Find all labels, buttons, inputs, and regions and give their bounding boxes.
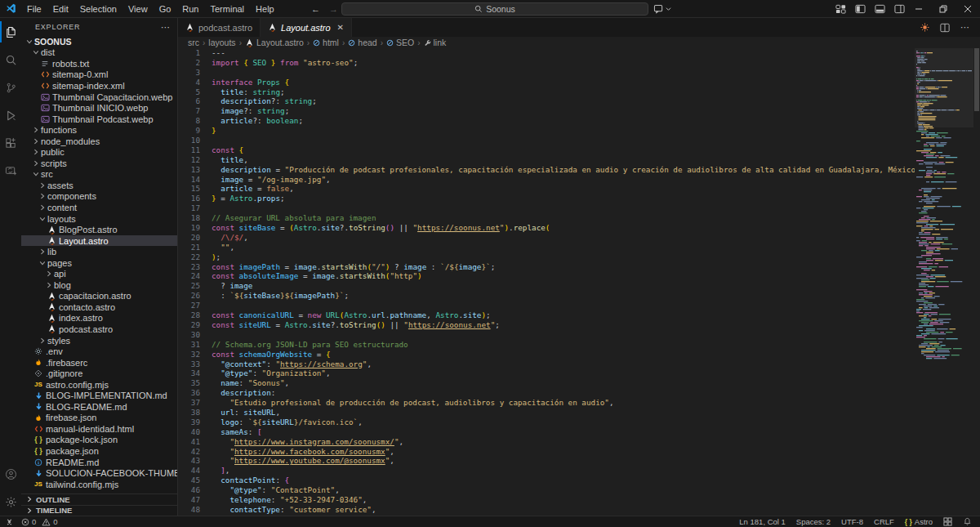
line-number[interactable]: 30 <box>178 330 200 340</box>
restore-button[interactable] <box>931 0 956 18</box>
tree-folder-node-modules[interactable]: node_modules <box>21 136 177 147</box>
tree-file-robots.txt[interactable]: robots.txt <box>21 58 177 69</box>
tree-folder-soonus[interactable]: SOONUS <box>21 36 177 47</box>
more-actions-icon[interactable]: ⋯ <box>960 22 970 33</box>
tree-folder-content[interactable]: content <box>21 202 177 213</box>
breadcrumb-item-src[interactable]: src <box>188 38 199 47</box>
line-number[interactable]: 36 <box>178 388 200 398</box>
line-number[interactable]: 9 <box>178 126 200 136</box>
line-number[interactable]: 7 <box>178 106 200 116</box>
tree-file-capacitacion.astro[interactable]: capacitacion.astro <box>21 291 177 302</box>
line-number[interactable]: 23 <box>178 262 200 272</box>
line-number[interactable]: 29 <box>178 320 200 330</box>
tree-file-.gitignore[interactable]: .gitignore <box>21 368 177 379</box>
tree-folder-components[interactable]: components <box>21 191 177 203</box>
extensions-icon[interactable] <box>0 129 21 157</box>
minimize-button[interactable] <box>906 0 931 18</box>
line-number[interactable]: 39 <box>178 418 200 427</box>
command-center-search[interactable]: Soonus <box>341 2 648 16</box>
scrollbar-thumb[interactable] <box>974 48 979 111</box>
line-number[interactable]: 48 <box>178 505 200 515</box>
toggle-sidebar-icon[interactable] <box>855 4 866 14</box>
line-number[interactable]: 12 <box>178 155 200 165</box>
tree-file-.firebaserc[interactable]: .firebaserc <box>21 357 177 368</box>
tree-file-package-lock.json[interactable]: { }package-lock.json <box>21 435 177 446</box>
line-number[interactable]: 21 <box>178 243 200 252</box>
code-editor[interactable]: 1---2import { SEO } from "astro-seo";34i… <box>178 48 980 516</box>
menu-item-selection[interactable]: Selection <box>74 0 122 18</box>
tree-file-layout.astro[interactable]: Layout.astro <box>21 235 177 247</box>
line-number[interactable]: 10 <box>178 136 200 145</box>
line-number[interactable]: 45 <box>178 476 200 485</box>
line-number[interactable]: 25 <box>178 281 200 291</box>
close-button[interactable] <box>956 0 980 18</box>
status-item-crlf[interactable]: CRLF <box>874 517 894 526</box>
line-number[interactable]: 16 <box>178 194 200 203</box>
toggle-secondary-sidebar-icon[interactable] <box>894 4 905 14</box>
line-number[interactable]: 22 <box>178 252 200 262</box>
status-item-spaces-2[interactable]: Spaces: 2 <box>796 517 831 526</box>
breadcrumb-item-html[interactable]: html <box>313 38 339 47</box>
vertical-scrollbar[interactable] <box>973 48 980 516</box>
line-number[interactable]: 35 <box>178 378 200 388</box>
status-item-utf-8[interactable]: UTF-8 <box>841 517 863 526</box>
line-number[interactable]: 49 <box>178 515 200 516</box>
menu-item-run[interactable]: Run <box>176 0 204 18</box>
tree-file-contacto.astro[interactable]: contacto.astro <box>21 301 177 313</box>
menu-item-go[interactable]: Go <box>154 0 177 18</box>
breadcrumb-item-seo[interactable]: SEO <box>386 38 414 47</box>
line-number[interactable]: 38 <box>178 408 200 418</box>
breadcrumb-item-head[interactable]: head <box>348 38 376 47</box>
customize-layout-icon[interactable] <box>835 4 846 14</box>
problems-indicator[interactable]: 0 0 <box>21 517 58 526</box>
line-number[interactable]: 26 <box>178 291 200 301</box>
remote-chat-icon[interactable] <box>0 157 21 185</box>
tab-podcast-astro[interactable]: podcast.astro <box>178 18 261 37</box>
line-number[interactable]: 27 <box>178 301 200 310</box>
tree-file-blog-implementation.md[interactable]: BLOG-IMPLEMENTATION.md <box>21 391 177 402</box>
bell-icon[interactable] <box>963 517 972 526</box>
tree-folder-api[interactable]: api <box>21 268 177 279</box>
line-number[interactable]: 32 <box>178 350 200 360</box>
tree-file-solucion-facebook-thumbnails.md[interactable]: SOLUCION-FACEBOOK-THUMBNAILS.md <box>21 467 177 479</box>
tree-folder-public[interactable]: public <box>21 146 177 158</box>
line-number[interactable]: 4 <box>178 78 200 87</box>
line-number[interactable]: 6 <box>178 96 200 106</box>
tree-folder-functions[interactable]: functions <box>21 124 177 136</box>
tree-folder-scripts[interactable]: scripts <box>21 158 177 169</box>
account-icon[interactable] <box>0 460 21 488</box>
tree-file-firebase.json[interactable]: firebase.json <box>21 413 177 424</box>
more-actions-icon[interactable]: ⋯ <box>161 22 171 33</box>
tree-file-thumbnail-inicio.webp[interactable]: Thumbnail INICIO.webp <box>21 102 177 114</box>
tree-file-blog-readme.md[interactable]: BLOG-README.md <box>21 401 177 413</box>
remote-indicator[interactable] <box>5 518 14 526</box>
tree-folder-lib[interactable]: lib <box>21 246 177 257</box>
line-number[interactable]: 14 <box>178 175 200 185</box>
tree-file-thumbnail-podcast.webp[interactable]: Thumbnail Podcast.webp <box>21 114 177 125</box>
tree-folder-styles[interactable]: styles <box>21 335 177 346</box>
breadcrumb-item-layouts[interactable]: layouts <box>208 38 235 47</box>
line-number[interactable]: 31 <box>178 340 200 350</box>
nav-forward-button[interactable]: → <box>329 4 338 14</box>
settings-gear-icon[interactable] <box>0 488 21 516</box>
tree-file-readme.md[interactable]: README.md <box>21 457 177 468</box>
status-item-ln-181-col-1[interactable]: Ln 181, Col 1 <box>739 517 786 526</box>
line-number[interactable]: 43 <box>178 456 200 466</box>
breadcrumb-item-layout-astro[interactable]: Layout.astro <box>245 38 304 47</box>
minimap-viewport[interactable] <box>915 48 973 127</box>
menu-item-terminal[interactable]: Terminal <box>205 0 251 18</box>
tree-file-sitemap-0.xml[interactable]: sitemap-0.xml <box>21 69 177 81</box>
line-number[interactable]: 44 <box>178 466 200 476</box>
tree-folder-dist[interactable]: dist <box>21 47 177 59</box>
starburst-icon[interactable] <box>920 23 929 32</box>
minimap[interactable] <box>915 48 973 516</box>
tree-file-index.astro[interactable]: index.astro <box>21 313 177 324</box>
line-number[interactable]: 17 <box>178 203 200 213</box>
menu-item-view[interactable]: View <box>122 0 154 18</box>
tab-layout-astro[interactable]: Layout.astro✕ <box>261 18 352 37</box>
source-control-icon[interactable] <box>0 74 21 101</box>
line-number[interactable]: 34 <box>178 368 200 378</box>
toggle-panel-icon[interactable] <box>875 4 885 14</box>
tree-file-blogpost.astro[interactable]: BlogPost.astro <box>21 224 177 235</box>
tree-folder-blog[interactable]: blog <box>21 279 177 291</box>
